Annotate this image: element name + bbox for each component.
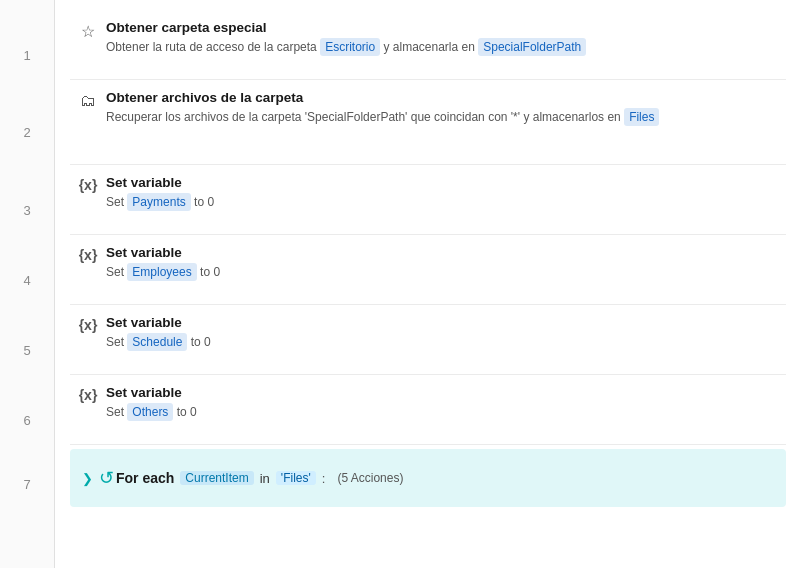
content-area: ☆ Obtener carpeta especial Obtener la ru… [55,0,806,568]
desc-prefix-2: Recuperar los archivos de la carpeta 'Sp… [106,110,624,124]
action-row-4[interactable]: {x} Set variable Set Employees to 0 [70,235,786,305]
star-icon: ☆ [81,22,95,41]
desc-mid-6: to 0 [173,405,196,419]
action-details-3: Set variable Set Payments to 0 [106,175,786,211]
line-num-1: 1 [0,20,54,90]
action-row-7[interactable]: ❯ ↺ For each CurrentItem in 'Files' : (5… [70,449,786,507]
action-details-6: Set variable Set Others to 0 [106,385,786,421]
desc-mid-5: to 0 [187,335,210,349]
action-title-5: Set variable [106,315,786,330]
tag-currentitem: CurrentItem [180,471,253,485]
action-desc-2: Recuperar los archivos de la carpeta 'Sp… [106,108,786,126]
desc-prefix-5: Set [106,335,127,349]
tag-files: Files [624,108,659,126]
tag-files-foreach: 'Files' [276,471,316,485]
action-desc-3: Set Payments to 0 [106,193,786,211]
line-num-4: 4 [0,245,54,315]
var-icon-5: {x} [79,317,98,333]
desc-prefix-3: Set [106,195,127,209]
foreach-colon: : [322,471,326,486]
desc-mid-3: to 0 [191,195,214,209]
action-icon-1: ☆ [70,20,106,41]
tag-escritorio: Escritorio [320,38,380,56]
line-num-3: 3 [0,175,54,245]
action-row-1[interactable]: ☆ Obtener carpeta especial Obtener la ru… [70,10,786,80]
desc-mid-1: y almacenarla en [380,40,478,54]
action-row-2[interactable]: 🗂 Obtener archivos de la carpeta Recuper… [70,80,786,165]
line-numbers-panel: 1 2 3 4 5 6 7 [0,0,55,568]
foreach-label: For each [116,470,174,486]
action-icon-3: {x} [70,175,106,193]
action-title-1: Obtener carpeta especial [106,20,786,35]
action-desc-6: Set Others to 0 [106,403,786,421]
tag-specialfolderpath-1: SpecialFolderPath [478,38,586,56]
line-num-5: 5 [0,315,54,385]
line-num-6: 6 [0,385,54,455]
action-details-5: Set variable Set Schedule to 0 [106,315,786,351]
action-icon-2: 🗂 [70,90,106,110]
action-icon-6: {x} [70,385,106,403]
action-icon-5: {x} [70,315,106,333]
desc-mid-4: to 0 [197,265,220,279]
action-details-1: Obtener carpeta especial Obtener la ruta… [106,20,786,56]
action-desc-1: Obtener la ruta de acceso de la carpeta … [106,38,786,56]
action-desc-5: Set Schedule to 0 [106,333,786,351]
action-row-6[interactable]: {x} Set variable Set Others to 0 [70,375,786,445]
in-text: in [260,471,270,486]
action-title-3: Set variable [106,175,786,190]
action-title-2: Obtener archivos de la carpeta [106,90,786,105]
foreach-icon: ↺ [99,467,114,489]
action-details-4: Set variable Set Employees to 0 [106,245,786,281]
foreach-actions-count: (5 Acciones) [337,471,403,485]
var-icon-4: {x} [79,247,98,263]
folder-icon: 🗂 [80,92,96,110]
tag-schedule: Schedule [127,333,187,351]
line-num-2: 2 [0,90,54,175]
page: 1 2 3 4 5 6 7 ☆ Obtener carpeta especial… [0,0,806,568]
action-row-5[interactable]: {x} Set variable Set Schedule to 0 [70,305,786,375]
action-desc-4: Set Employees to 0 [106,263,786,281]
action-details-7: For each CurrentItem in 'Files' : (5 Acc… [116,470,776,486]
desc-prefix-1: Obtener la ruta de acceso de la carpeta [106,40,320,54]
tag-employees: Employees [127,263,196,281]
var-icon-6: {x} [79,387,98,403]
chevron-right-icon: ❯ [82,471,93,486]
desc-prefix-6: Set [106,405,127,419]
line-num-7: 7 [0,455,54,513]
action-row-3[interactable]: {x} Set variable Set Payments to 0 [70,165,786,235]
tag-payments: Payments [127,193,190,211]
action-details-2: Obtener archivos de la carpeta Recuperar… [106,90,786,126]
action-title-6: Set variable [106,385,786,400]
desc-prefix-4: Set [106,265,127,279]
action-icon-7: ❯ ↺ [80,467,116,489]
action-icon-4: {x} [70,245,106,263]
tag-others: Others [127,403,173,421]
var-icon-3: {x} [79,177,98,193]
action-title-4: Set variable [106,245,786,260]
